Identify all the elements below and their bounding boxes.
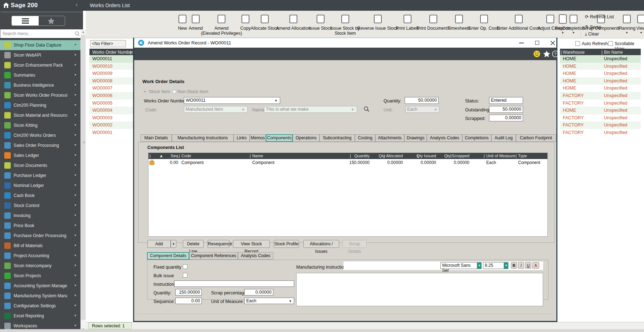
svg-text:?: ? [554,52,556,56]
